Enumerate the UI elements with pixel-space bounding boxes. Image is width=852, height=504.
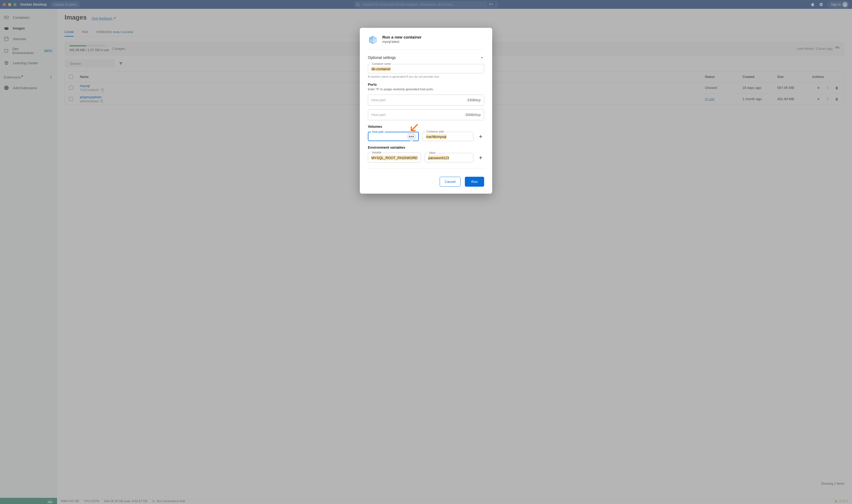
modal-overlay[interactable]: Run a new container mysql:latest Optiona… — [0, 0, 852, 9]
